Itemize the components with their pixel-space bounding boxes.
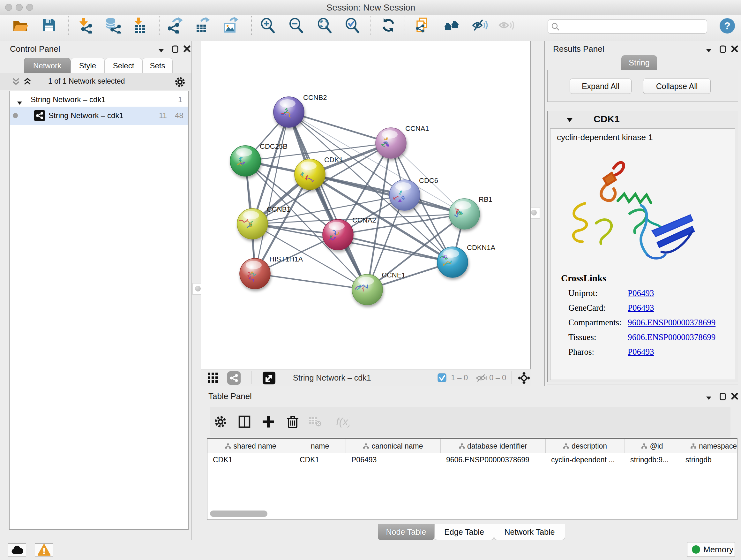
network-node-CCNE1[interactable]: CCNE1	[352, 271, 406, 305]
import-network-icon[interactable]	[77, 17, 93, 34]
toolbar-separator	[68, 16, 69, 35]
crosslink-link[interactable]: 9606.ENSP00000378699	[628, 332, 716, 342]
tab-string[interactable]: String	[621, 55, 657, 70]
tab-select[interactable]: Select	[105, 58, 142, 73]
table-panel-float-icon[interactable]	[720, 393, 726, 401]
cloud-status-button[interactable]	[8, 543, 26, 557]
control-panel-collapse-icon[interactable]	[158, 48, 164, 54]
tab-node-table[interactable]: Node Table	[378, 524, 434, 540]
save-session-icon[interactable]	[41, 17, 57, 34]
pan-crosshair-icon[interactable]	[517, 371, 531, 386]
help-icon[interactable]: ?	[720, 18, 735, 34]
first-neighbors-icon[interactable]	[444, 17, 460, 34]
export-network-icon[interactable]	[168, 17, 185, 34]
tab-network[interactable]: Network	[24, 58, 71, 73]
column-header-namespace[interactable]: namespace	[680, 439, 738, 453]
crosslink-link[interactable]: P06493	[628, 288, 654, 298]
column-type-icon	[642, 442, 647, 450]
hidden-eye-slash-icon	[476, 374, 488, 383]
network-node-CCNA1[interactable]: CCNA1	[376, 125, 429, 159]
node-label-RB1: RB1	[479, 195, 492, 203]
clone-network-icon[interactable]	[414, 17, 431, 34]
tab-edge-table[interactable]: Edge Table	[434, 524, 494, 540]
node-label-CDC25B: CDC25B	[260, 142, 287, 150]
network-node-HIST1H1A[interactable]: HIST1H1A	[240, 255, 303, 289]
network-status-dot	[13, 113, 18, 118]
export-image-icon[interactable]	[223, 17, 240, 34]
crosslink-label: GeneCard:	[568, 303, 606, 313]
table-panel-close-icon[interactable]	[731, 393, 738, 401]
open-in-window-icon[interactable]	[263, 372, 275, 386]
results-panel-float-icon[interactable]	[720, 45, 726, 54]
warning-status-button[interactable]	[35, 543, 53, 557]
node-label-CDC6: CDC6	[419, 177, 438, 185]
network-edge-count: 48	[175, 111, 184, 120]
table-settings-gear-icon[interactable]	[213, 415, 227, 429]
table-panel-collapse-icon[interactable]	[706, 395, 711, 401]
column-header-canonical-name[interactable]: canonical name	[346, 439, 441, 453]
control-panel-float-icon[interactable]	[172, 45, 179, 54]
collapse-all-networks-icon[interactable]	[12, 78, 20, 87]
section-collapse-icon[interactable]	[567, 118, 572, 123]
table-cell[interactable]: stringdb:9...	[625, 453, 680, 466]
table-cell[interactable]: CDK1	[294, 453, 346, 466]
control-panel-close-icon[interactable]	[184, 45, 191, 54]
delete-columns-icon[interactable]	[286, 415, 300, 429]
network-options-gear-icon[interactable]	[174, 76, 186, 89]
network-node-CDK1[interactable]: CDK1	[294, 156, 343, 190]
collapse-all-button[interactable]: Collapse All	[643, 78, 711, 94]
results-controls-box: Expand All Collapse All	[547, 70, 738, 102]
network-selection-bar: 1 of 1 Network selected	[0, 73, 192, 90]
tab-network-table[interactable]: Network Table	[494, 524, 565, 540]
tree-expand-icon[interactable]	[17, 98, 22, 107]
network-canvas[interactable]: CCNB2CCNA1CDC25BCDK1CDC6RB1CCNB1CCNA2CDK…	[201, 41, 531, 369]
column-header-database-identifier[interactable]: database identifier	[441, 439, 546, 453]
add-column-icon[interactable]	[261, 415, 275, 429]
show-all-icon[interactable]	[498, 17, 515, 34]
hide-selected-icon[interactable]	[472, 17, 488, 34]
column-type-icon	[563, 442, 569, 450]
crosslink-link[interactable]: P06493	[628, 347, 654, 357]
export-table-icon[interactable]	[195, 17, 211, 34]
table-horizontal-scrollbar[interactable]	[210, 510, 267, 517]
selected-checkbox-icon[interactable]	[437, 373, 447, 383]
results-panel-close-icon[interactable]	[731, 45, 738, 54]
import-database-icon[interactable]	[105, 17, 121, 34]
table-cell[interactable]: cyclin-dependent ...	[546, 453, 625, 466]
expand-all-networks-icon[interactable]	[23, 78, 31, 87]
table-cell[interactable]: stringdb	[680, 453, 738, 466]
table-cell[interactable]: P06493	[346, 453, 441, 466]
zoom-out-icon[interactable]	[288, 17, 305, 34]
column-header-description[interactable]: description	[546, 439, 625, 453]
column-header-shared-name[interactable]: shared name	[207, 439, 294, 453]
crosslink-link[interactable]: P06493	[628, 303, 654, 313]
table-cell[interactable]: CDK1	[207, 453, 294, 466]
table-cell[interactable]: 9606.ENSP00000378699	[441, 453, 546, 466]
toolbar-separator	[405, 16, 405, 35]
open-session-icon[interactable]	[12, 17, 28, 34]
tab-sets[interactable]: Sets	[142, 58, 173, 73]
delete-table-icon	[308, 415, 322, 429]
toggle-columns-icon[interactable]	[238, 415, 252, 429]
zoom-fit-icon[interactable]	[317, 17, 333, 34]
network-node-CCNB2[interactable]: CCNB2	[273, 94, 327, 127]
memory-button[interactable]: Memory	[687, 542, 735, 557]
crosslink-label: Uniprot:	[568, 288, 598, 298]
results-panel-collapse-icon[interactable]	[706, 48, 711, 54]
network-node-CCNA2[interactable]: CCNA2	[323, 216, 376, 250]
refresh-view-icon[interactable]	[380, 17, 397, 34]
toolbar-separator	[251, 16, 252, 35]
import-table-icon[interactable]	[131, 17, 148, 34]
crosslink-link[interactable]: 9606.ENSP00000378699	[628, 318, 716, 327]
network-node-RB1[interactable]: RB1	[449, 195, 492, 229]
search-input[interactable]	[548, 19, 707, 34]
birds-eye-view-icon[interactable]	[208, 373, 219, 385]
column-header--id[interactable]: @id	[625, 439, 680, 453]
column-header-name[interactable]: name	[294, 439, 346, 453]
zoom-in-icon[interactable]	[260, 17, 276, 34]
network-node-CDKN1A[interactable]: CDKN1A	[437, 244, 495, 277]
tab-style[interactable]: Style	[71, 58, 105, 73]
expand-all-button[interactable]: Expand All	[569, 78, 631, 94]
zoom-selected-icon[interactable]	[344, 17, 361, 34]
crosslink-label: Compartments:	[568, 318, 621, 327]
